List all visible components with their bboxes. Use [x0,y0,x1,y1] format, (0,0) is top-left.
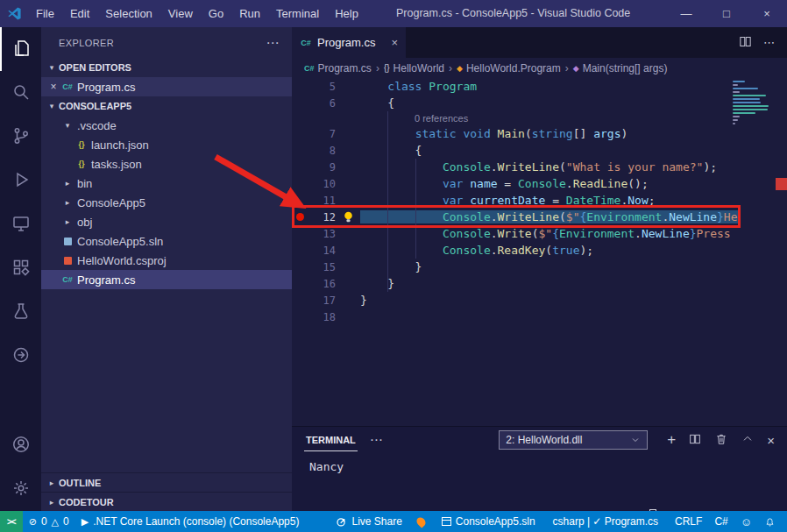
section-label: OPEN EDITORS [59,62,131,73]
menu-go[interactable]: Go [201,0,231,27]
breadcrumb-label: Main(string[] args) [583,62,668,74]
status-bar-right: CRLF C# ☺ [669,511,787,532]
breadcrumb-item[interactable]: {}HelloWorld [384,62,444,74]
code-line-15[interactable]: 15 } [292,259,787,275]
tree-item-bin[interactable]: ▸bin [41,174,292,193]
terminal-header: TERMINAL ⋯ 2: HelloWorld.dll + × [292,427,787,453]
breadcrumb-item[interactable]: ◆HelloWorld.Program [457,62,561,74]
close-editor-icon[interactable]: × [46,81,60,93]
solution-label: ConsoleApp5.sln [456,515,535,528]
tree-item--vscode[interactable]: ▾.vscode [41,116,292,135]
more-actions-icon[interactable]: ⋯ [266,35,280,51]
code-editor[interactable]: 5 class Program6 {0 references7 static v… [292,78,787,426]
tree-item-consoleapp5-sln[interactable]: ConsoleApp5.sln [41,231,292,251]
live-share-button[interactable]: Live Share [330,511,408,532]
tree-item-consoleapp5[interactable]: ▸ConsoleApp5 [41,193,292,212]
code-line-5[interactable]: 5 class Program [292,78,787,95]
files-icon [11,38,32,61]
code-line-17[interactable]: 17} [292,292,787,309]
tree-item-program-cs[interactable]: C#Program.cs [41,270,292,289]
terminal-selector-value: 2: HelloWorld.dll [506,434,582,446]
minimap-line [733,91,740,93]
terminal-tab[interactable]: TERMINAL [304,429,358,451]
folder-section-header[interactable]: ▾ CONSOLEAPP5 [41,96,292,116]
activity-account[interactable] [0,423,41,467]
menu-terminal[interactable]: Terminal [268,0,327,27]
open-editors-section-header[interactable]: ▾ OPEN EDITORS [41,58,292,77]
kill-terminal-icon[interactable] [714,432,728,449]
line-number: 13 [308,228,336,240]
activity-extensions[interactable] [0,246,41,290]
terminal-content[interactable]: Nancy C:\Users\thrak\source\repos\Consol… [292,453,787,508]
code-line-9[interactable]: 9 Console.WriteLine("What is your name?"… [292,159,787,175]
maximize-panel-icon[interactable] [741,432,755,449]
problems-indicator[interactable]: ⊘ 0 △ 0 [23,511,75,532]
cs-file-icon: C# [300,39,312,47]
tree-item-obj[interactable]: ▸obj [41,212,292,231]
code-line-10[interactable]: 10 var name = Console.ReadLine(); [292,175,787,192]
remote-icon: >< [7,517,16,527]
breadcrumb-label: HelloWorld [394,62,444,74]
more-actions-icon[interactable]: ⋯ [370,432,383,448]
split-terminal-icon[interactable] [688,432,702,449]
menu-selection[interactable]: Selection [97,0,160,27]
activity-live-share[interactable] [0,334,41,378]
more-actions-icon[interactable]: ⋯ [763,36,775,49]
code-line-7[interactable]: 7 static void Main(string[] args) [292,125,787,142]
remote-indicator[interactable]: >< [0,511,23,532]
menu-file[interactable]: File [28,0,62,27]
new-terminal-icon[interactable]: + [667,433,676,447]
solution-indicator[interactable]: ConsoleApp5.sln [436,511,542,532]
breadcrumb-item[interactable]: C#Program.cs [304,62,372,74]
code-line-6[interactable]: 6 { [292,95,787,111]
codetour-section-header[interactable]: ▸ CODETOUR [41,492,292,511]
split-editor-icon[interactable] [738,34,753,52]
activity-search[interactable] [0,71,41,115]
language-mode[interactable]: C# [708,511,734,532]
terminal-output: Nancy [309,458,787,492]
menu-run[interactable]: Run [231,0,268,27]
terminal-selector[interactable]: 2: HelloWorld.dll [499,430,648,450]
close-panel-icon[interactable]: × [767,433,775,448]
menu-help[interactable]: Help [327,0,366,27]
outline-section-header[interactable]: ▸ OUTLINE [41,472,292,492]
line-number: 16 [308,278,336,290]
activity-run-debug[interactable] [0,159,41,202]
menu-view[interactable]: View [160,0,201,27]
maximize-button[interactable]: □ [706,0,747,27]
activity-explorer[interactable] [0,27,41,71]
feedback-smiley-icon[interactable]: ☺ [734,511,758,532]
indent-guide [387,111,388,292]
eol-indicator[interactable]: CRLF [669,511,708,532]
activity-settings[interactable] [0,467,41,511]
tree-item-launch-json[interactable]: {}launch.json [41,135,292,154]
code-line-8[interactable]: 8 { [292,142,787,159]
language-status[interactable]: csharp | ✓ Program.cs [547,511,665,532]
tree-item-label: obj [77,216,92,229]
notifications-bell-icon[interactable] [758,511,782,532]
window-controls: — □ × [666,0,787,27]
breadcrumb-item[interactable]: ◆Main(string[] args) [573,62,668,74]
close-tab-icon[interactable]: × [391,36,398,49]
activity-test-explorer[interactable] [0,290,41,334]
code-line-16[interactable]: 16 } [292,275,787,292]
beaker-icon [11,301,32,324]
activity-source-control[interactable] [0,115,41,159]
activity-remote-explorer[interactable] [0,202,41,246]
close-button[interactable]: × [747,0,787,27]
breadcrumb-label: HelloWorld.Program [466,62,561,74]
explorer-sidebar: EXPLORER ⋯ ▾ OPEN EDITORS × C# Program.c… [41,27,292,511]
debug-config-selector[interactable]: ▶ .NET Core Launch (console) (ConsoleApp… [75,511,306,532]
code-text: class Program [360,80,477,93]
codelens-references[interactable]: 0 references [292,111,787,125]
flame-icon[interactable] [415,515,427,528]
code-line-14[interactable]: 14 Console.ReadKey(true); [292,242,787,259]
tree-item-helloworld-csproj[interactable]: HelloWorld.csproj [41,251,292,270]
menu-edit[interactable]: Edit [62,0,97,27]
tab-program-cs[interactable]: C# Program.cs × [292,27,406,58]
open-editor-program-cs[interactable]: × C# Program.cs [41,77,292,96]
code-line-18[interactable]: 18 [292,309,787,325]
tree-item-tasks-json[interactable]: {}tasks.json [41,154,292,174]
line-number: 10 [308,178,336,190]
minimize-button[interactable]: — [666,0,706,27]
